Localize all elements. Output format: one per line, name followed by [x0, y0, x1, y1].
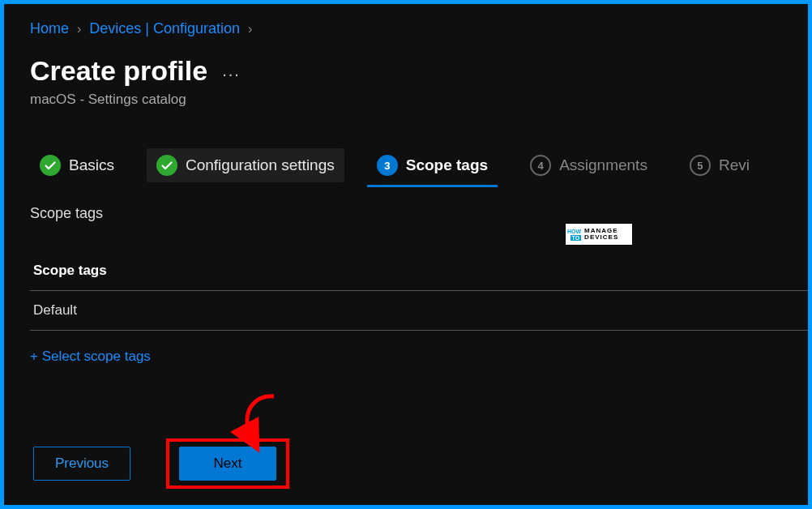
select-scope-tags-link[interactable]: + Select scope tags: [30, 349, 151, 365]
section-heading: Scope tags: [30, 205, 800, 222]
annotation-highlight: Next: [166, 438, 289, 489]
table-row: Default: [30, 291, 808, 331]
breadcrumb: Home › Devices | Configuration ›: [30, 20, 800, 37]
breadcrumb-devices[interactable]: Devices | Configuration: [89, 20, 240, 37]
chevron-right-icon: ›: [248, 22, 252, 36]
chevron-right-icon: ›: [77, 22, 81, 36]
check-icon: [156, 155, 177, 176]
check-icon: [40, 155, 61, 176]
step-label: Scope tags: [406, 156, 488, 174]
step-label: Assignments: [559, 156, 647, 174]
step-basics[interactable]: Basics: [30, 148, 124, 182]
table-header: Scope tags: [30, 254, 808, 291]
next-button[interactable]: Next: [179, 447, 276, 481]
step-scope-tags[interactable]: 3 Scope tags: [367, 148, 498, 182]
step-configuration[interactable]: Configuration settings: [147, 148, 344, 182]
step-label: Revi: [719, 156, 750, 174]
more-icon[interactable]: ···: [222, 58, 241, 83]
step-number: 4: [530, 155, 551, 176]
previous-button[interactable]: Previous: [33, 447, 130, 481]
step-label: Basics: [69, 156, 114, 174]
breadcrumb-home[interactable]: Home: [30, 20, 69, 37]
step-review[interactable]: 5 Revi: [680, 148, 759, 182]
scope-tags-table: Scope tags Default: [30, 254, 808, 331]
step-number: 5: [690, 155, 711, 176]
step-assignments[interactable]: 4 Assignments: [520, 148, 657, 182]
step-number: 3: [377, 155, 398, 176]
step-label: Configuration settings: [186, 156, 335, 174]
watermark-logo: HOW TO MANAGE DEVICES: [565, 223, 633, 246]
page-title: Create profile: [30, 55, 207, 87]
page-subtitle: macOS - Settings catalog: [30, 92, 800, 108]
wizard-steps: Basics Configuration settings 3 Scope ta…: [30, 148, 800, 182]
